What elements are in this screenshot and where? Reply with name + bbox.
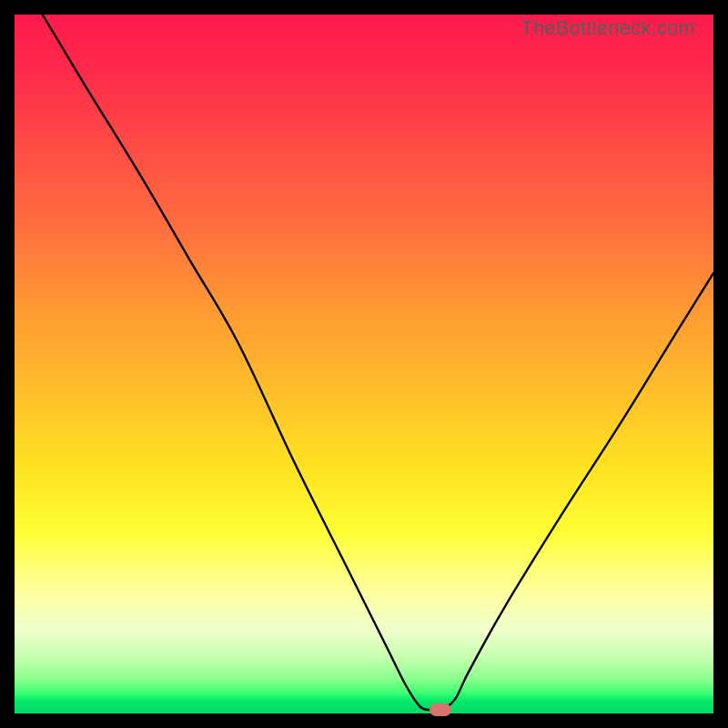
chart-frame: TheBottleneck.com xyxy=(0,0,728,728)
plot-area: TheBottleneck.com xyxy=(15,15,713,713)
bottleneck-curve xyxy=(15,15,713,713)
optimal-point-marker xyxy=(430,703,451,716)
